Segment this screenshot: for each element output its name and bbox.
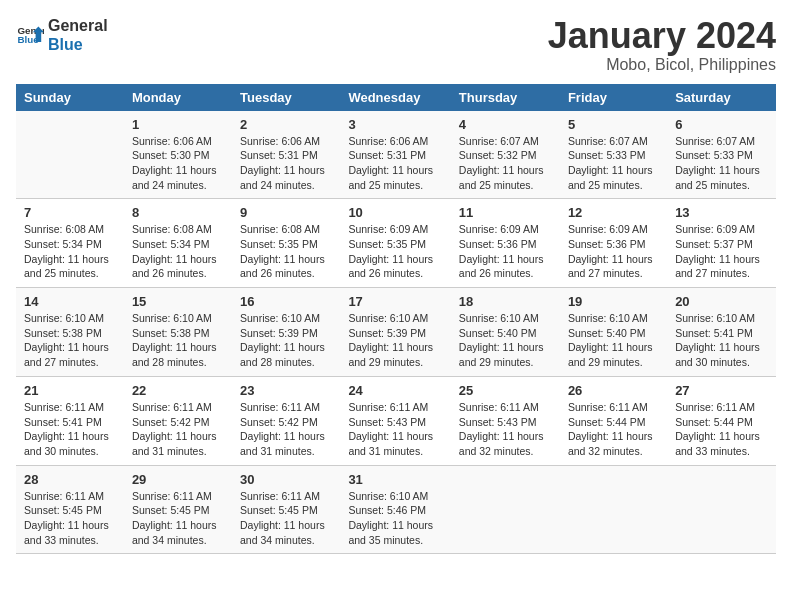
day-number: 23 [240, 383, 332, 398]
day-number: 7 [24, 205, 116, 220]
calendar-cell: 27Sunrise: 6:11 AMSunset: 5:44 PMDayligh… [667, 376, 776, 465]
header-saturday: Saturday [667, 84, 776, 111]
day-number: 20 [675, 294, 768, 309]
day-number: 5 [568, 117, 659, 132]
calendar-week-2: 7Sunrise: 6:08 AMSunset: 5:34 PMDaylight… [16, 199, 776, 288]
cell-info: Sunrise: 6:11 AMSunset: 5:42 PMDaylight:… [132, 400, 224, 459]
cell-info: Sunrise: 6:10 AMSunset: 5:40 PMDaylight:… [568, 311, 659, 370]
day-number: 9 [240, 205, 332, 220]
day-number: 2 [240, 117, 332, 132]
calendar-cell: 18Sunrise: 6:10 AMSunset: 5:40 PMDayligh… [451, 288, 560, 377]
calendar-cell: 22Sunrise: 6:11 AMSunset: 5:42 PMDayligh… [124, 376, 232, 465]
calendar-cell: 31Sunrise: 6:10 AMSunset: 5:46 PMDayligh… [340, 465, 450, 554]
day-number: 3 [348, 117, 442, 132]
day-number: 4 [459, 117, 552, 132]
day-number: 24 [348, 383, 442, 398]
calendar-cell: 6Sunrise: 6:07 AMSunset: 5:33 PMDaylight… [667, 111, 776, 199]
cell-info: Sunrise: 6:07 AMSunset: 5:33 PMDaylight:… [568, 134, 659, 193]
cell-info: Sunrise: 6:11 AMSunset: 5:44 PMDaylight:… [675, 400, 768, 459]
day-number: 25 [459, 383, 552, 398]
calendar-cell: 19Sunrise: 6:10 AMSunset: 5:40 PMDayligh… [560, 288, 667, 377]
calendar-cell: 9Sunrise: 6:08 AMSunset: 5:35 PMDaylight… [232, 199, 340, 288]
calendar-cell: 13Sunrise: 6:09 AMSunset: 5:37 PMDayligh… [667, 199, 776, 288]
cell-info: Sunrise: 6:09 AMSunset: 5:37 PMDaylight:… [675, 222, 768, 281]
calendar-cell: 21Sunrise: 6:11 AMSunset: 5:41 PMDayligh… [16, 376, 124, 465]
cell-info: Sunrise: 6:11 AMSunset: 5:45 PMDaylight:… [132, 489, 224, 548]
calendar-header-row: SundayMondayTuesdayWednesdayThursdayFrid… [16, 84, 776, 111]
day-number: 27 [675, 383, 768, 398]
cell-info: Sunrise: 6:11 AMSunset: 5:42 PMDaylight:… [240, 400, 332, 459]
logo-icon: General Blue [16, 21, 44, 49]
cell-info: Sunrise: 6:06 AMSunset: 5:30 PMDaylight:… [132, 134, 224, 193]
cell-info: Sunrise: 6:06 AMSunset: 5:31 PMDaylight:… [348, 134, 442, 193]
title-block: January 2024 Mobo, Bicol, Philippines [548, 16, 776, 74]
cell-info: Sunrise: 6:06 AMSunset: 5:31 PMDaylight:… [240, 134, 332, 193]
calendar-cell: 3Sunrise: 6:06 AMSunset: 5:31 PMDaylight… [340, 111, 450, 199]
calendar-cell: 2Sunrise: 6:06 AMSunset: 5:31 PMDaylight… [232, 111, 340, 199]
cell-info: Sunrise: 6:11 AMSunset: 5:43 PMDaylight:… [459, 400, 552, 459]
calendar-cell: 16Sunrise: 6:10 AMSunset: 5:39 PMDayligh… [232, 288, 340, 377]
logo-text-blue: Blue [48, 35, 108, 54]
calendar-cell: 26Sunrise: 6:11 AMSunset: 5:44 PMDayligh… [560, 376, 667, 465]
day-number: 31 [348, 472, 442, 487]
day-number: 28 [24, 472, 116, 487]
calendar-cell: 5Sunrise: 6:07 AMSunset: 5:33 PMDaylight… [560, 111, 667, 199]
cell-info: Sunrise: 6:08 AMSunset: 5:34 PMDaylight:… [24, 222, 116, 281]
cell-info: Sunrise: 6:11 AMSunset: 5:41 PMDaylight:… [24, 400, 116, 459]
calendar-cell: 17Sunrise: 6:10 AMSunset: 5:39 PMDayligh… [340, 288, 450, 377]
calendar-cell [16, 111, 124, 199]
calendar-week-1: 1Sunrise: 6:06 AMSunset: 5:30 PMDaylight… [16, 111, 776, 199]
day-number: 10 [348, 205, 442, 220]
calendar-table: SundayMondayTuesdayWednesdayThursdayFrid… [16, 84, 776, 555]
calendar-cell: 4Sunrise: 6:07 AMSunset: 5:32 PMDaylight… [451, 111, 560, 199]
day-number: 17 [348, 294, 442, 309]
calendar-cell [560, 465, 667, 554]
header-tuesday: Tuesday [232, 84, 340, 111]
header-sunday: Sunday [16, 84, 124, 111]
calendar-cell: 15Sunrise: 6:10 AMSunset: 5:38 PMDayligh… [124, 288, 232, 377]
page-header: General Blue General Blue January 2024 M… [16, 16, 776, 74]
calendar-week-4: 21Sunrise: 6:11 AMSunset: 5:41 PMDayligh… [16, 376, 776, 465]
day-number: 15 [132, 294, 224, 309]
day-number: 14 [24, 294, 116, 309]
calendar-cell: 11Sunrise: 6:09 AMSunset: 5:36 PMDayligh… [451, 199, 560, 288]
calendar-cell: 7Sunrise: 6:08 AMSunset: 5:34 PMDaylight… [16, 199, 124, 288]
cell-info: Sunrise: 6:10 AMSunset: 5:41 PMDaylight:… [675, 311, 768, 370]
day-number: 13 [675, 205, 768, 220]
day-number: 11 [459, 205, 552, 220]
header-monday: Monday [124, 84, 232, 111]
day-number: 16 [240, 294, 332, 309]
calendar-cell: 29Sunrise: 6:11 AMSunset: 5:45 PMDayligh… [124, 465, 232, 554]
cell-info: Sunrise: 6:08 AMSunset: 5:34 PMDaylight:… [132, 222, 224, 281]
cell-info: Sunrise: 6:10 AMSunset: 5:46 PMDaylight:… [348, 489, 442, 548]
cell-info: Sunrise: 6:09 AMSunset: 5:36 PMDaylight:… [568, 222, 659, 281]
cell-info: Sunrise: 6:10 AMSunset: 5:38 PMDaylight:… [24, 311, 116, 370]
calendar-cell [667, 465, 776, 554]
calendar-week-3: 14Sunrise: 6:10 AMSunset: 5:38 PMDayligh… [16, 288, 776, 377]
calendar-cell: 30Sunrise: 6:11 AMSunset: 5:45 PMDayligh… [232, 465, 340, 554]
page-title: January 2024 [548, 16, 776, 56]
calendar-cell: 28Sunrise: 6:11 AMSunset: 5:45 PMDayligh… [16, 465, 124, 554]
calendar-cell: 1Sunrise: 6:06 AMSunset: 5:30 PMDaylight… [124, 111, 232, 199]
cell-info: Sunrise: 6:11 AMSunset: 5:44 PMDaylight:… [568, 400, 659, 459]
day-number: 19 [568, 294, 659, 309]
calendar-cell: 25Sunrise: 6:11 AMSunset: 5:43 PMDayligh… [451, 376, 560, 465]
cell-info: Sunrise: 6:10 AMSunset: 5:39 PMDaylight:… [348, 311, 442, 370]
cell-info: Sunrise: 6:07 AMSunset: 5:33 PMDaylight:… [675, 134, 768, 193]
page-subtitle: Mobo, Bicol, Philippines [548, 56, 776, 74]
cell-info: Sunrise: 6:11 AMSunset: 5:45 PMDaylight:… [24, 489, 116, 548]
day-number: 29 [132, 472, 224, 487]
calendar-cell: 14Sunrise: 6:10 AMSunset: 5:38 PMDayligh… [16, 288, 124, 377]
calendar-week-5: 28Sunrise: 6:11 AMSunset: 5:45 PMDayligh… [16, 465, 776, 554]
day-number: 1 [132, 117, 224, 132]
calendar-cell: 12Sunrise: 6:09 AMSunset: 5:36 PMDayligh… [560, 199, 667, 288]
calendar-cell: 20Sunrise: 6:10 AMSunset: 5:41 PMDayligh… [667, 288, 776, 377]
day-number: 30 [240, 472, 332, 487]
cell-info: Sunrise: 6:09 AMSunset: 5:36 PMDaylight:… [459, 222, 552, 281]
cell-info: Sunrise: 6:08 AMSunset: 5:35 PMDaylight:… [240, 222, 332, 281]
cell-info: Sunrise: 6:10 AMSunset: 5:38 PMDaylight:… [132, 311, 224, 370]
calendar-cell: 8Sunrise: 6:08 AMSunset: 5:34 PMDaylight… [124, 199, 232, 288]
calendar-cell [451, 465, 560, 554]
calendar-cell: 24Sunrise: 6:11 AMSunset: 5:43 PMDayligh… [340, 376, 450, 465]
cell-info: Sunrise: 6:09 AMSunset: 5:35 PMDaylight:… [348, 222, 442, 281]
